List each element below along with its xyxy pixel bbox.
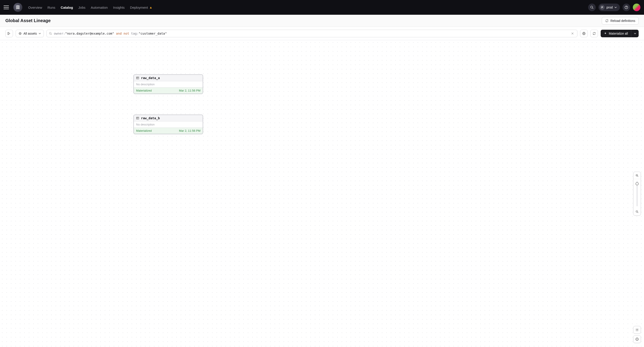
sidebar-toggle-button[interactable] xyxy=(5,30,13,37)
environment-badge: P xyxy=(600,5,605,10)
hamburger-menu-icon[interactable] xyxy=(4,5,9,10)
search-query-text: owner:"nora.dagster@example.com" and not… xyxy=(54,32,568,35)
clear-search-icon[interactable] xyxy=(570,32,575,35)
asset-timestamp: Mar 2, 11:56 PM xyxy=(179,129,200,132)
svg-point-3 xyxy=(626,8,626,8)
zoom-slider[interactable] xyxy=(634,179,641,208)
nav-runs[interactable]: Runs xyxy=(47,5,56,10)
canvas-center-button[interactable] xyxy=(633,336,641,343)
asset-node[interactable]: raw_data_bNo descriptionMaterializedMar … xyxy=(134,115,203,134)
nav-label: Catalog xyxy=(61,5,73,9)
asset-description: No description xyxy=(134,121,203,128)
svg-point-0 xyxy=(590,6,592,8)
nav-label: Jobs xyxy=(78,5,86,9)
nav-insights[interactable]: Insights xyxy=(112,5,125,10)
svg-rect-28 xyxy=(136,117,139,119)
nav-catalog[interactable]: Catalog xyxy=(60,5,74,10)
sparkle-icon xyxy=(604,32,607,35)
nav-label: Runs xyxy=(48,5,56,9)
assets-filter-button[interactable]: All assets xyxy=(16,30,44,37)
svg-rect-4 xyxy=(8,32,9,35)
asset-node[interactable]: raw_data_aNo descriptionMaterializedMar … xyxy=(134,74,203,94)
environment-selector[interactable]: P prod xyxy=(598,3,620,11)
canvas-settings-button[interactable] xyxy=(633,326,641,334)
table-icon xyxy=(136,76,139,79)
search-icon[interactable] xyxy=(588,3,596,11)
table-icon xyxy=(136,117,139,120)
svg-line-7 xyxy=(51,34,52,35)
svg-point-6 xyxy=(50,32,51,34)
warning-icon: ▲ xyxy=(149,5,152,9)
materialize-all-button[interactable]: Materialize all xyxy=(601,30,631,37)
nav-label: Overview xyxy=(28,5,42,9)
nav-deployment[interactable]: Deployment▲ xyxy=(130,5,153,10)
nav-label: Deployment xyxy=(130,5,148,9)
svg-line-1 xyxy=(592,8,593,9)
asset-status-row: MaterializedMar 2, 11:56 PM xyxy=(134,128,203,134)
chevron-down-icon xyxy=(39,32,41,35)
asset-status-row: MaterializedMar 2, 11:56 PM xyxy=(134,87,203,94)
svg-point-18 xyxy=(637,329,638,330)
zoom-in-button[interactable] xyxy=(634,172,641,179)
nav-label: Automation xyxy=(91,5,108,9)
asset-timestamp: Mar 2, 11:56 PM xyxy=(179,89,200,92)
svg-line-12 xyxy=(638,176,638,177)
asset-description: No description xyxy=(134,81,203,87)
chevron-down-icon xyxy=(614,6,617,8)
asset-status: Materialized xyxy=(136,89,152,92)
svg-point-20 xyxy=(637,339,638,340)
materialize-label: Materialize all xyxy=(609,32,628,35)
svg-rect-25 xyxy=(136,77,139,79)
svg-line-16 xyxy=(638,212,638,213)
nav-automation[interactable]: Automation xyxy=(90,5,108,10)
asset-status: Materialized xyxy=(136,129,152,132)
help-icon[interactable] xyxy=(622,3,630,11)
nav-jobs[interactable]: Jobs xyxy=(78,5,86,10)
environment-label: prod xyxy=(606,5,613,9)
refresh-button[interactable] xyxy=(590,30,598,37)
app-logo[interactable] xyxy=(14,3,22,12)
zoom-panel xyxy=(633,172,641,216)
filter-label: All assets xyxy=(24,32,37,35)
globe-icon xyxy=(18,32,22,35)
materialize-dropdown-button[interactable] xyxy=(631,30,639,37)
globe-button[interactable] xyxy=(580,30,588,37)
asset-name: raw_data_a xyxy=(141,76,160,80)
nav-label: Insights xyxy=(113,5,125,9)
reload-definitions-button[interactable]: Reload definitions xyxy=(602,17,639,24)
search-icon xyxy=(49,32,52,35)
zoom-out-button[interactable] xyxy=(634,208,641,215)
search-input[interactable]: owner:"nora.dagster@example.com" and not… xyxy=(46,30,578,37)
nav-overview[interactable]: Overview xyxy=(28,5,43,10)
asset-name: raw_data_b xyxy=(141,116,160,120)
asset-node-header: raw_data_a xyxy=(134,75,203,81)
user-avatar[interactable] xyxy=(633,3,640,11)
reload-label: Reload definitions xyxy=(610,19,635,22)
page-title: Global Asset Lineage xyxy=(5,18,51,23)
asset-node-header: raw_data_b xyxy=(134,115,203,121)
reload-icon xyxy=(605,19,609,22)
